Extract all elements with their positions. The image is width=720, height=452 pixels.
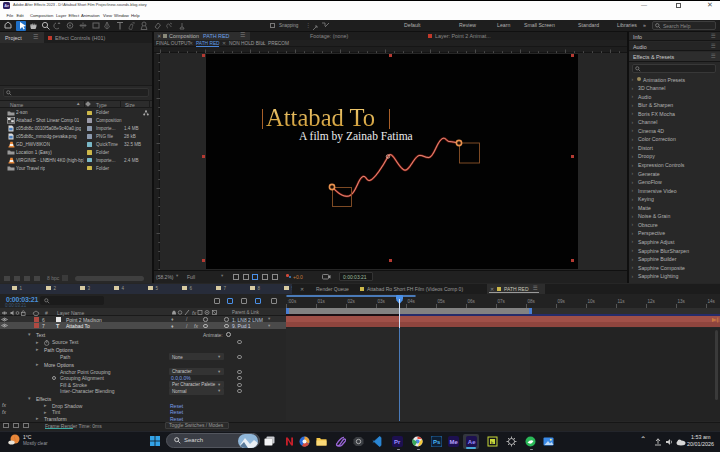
svg-text:Ps: Ps	[433, 439, 441, 445]
svg-text:Ae: Ae	[467, 439, 475, 445]
svg-text:Me: Me	[449, 439, 458, 445]
svg-text:Pr: Pr	[394, 439, 401, 445]
